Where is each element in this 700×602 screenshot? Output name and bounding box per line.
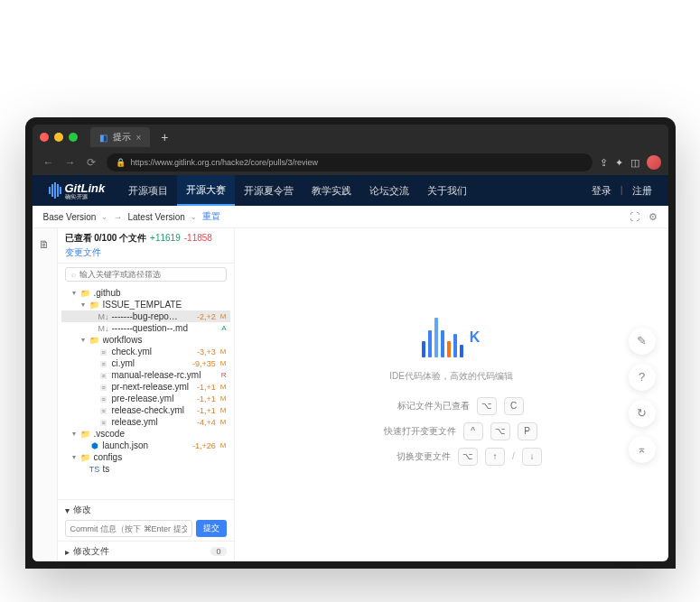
modified-count: 0 xyxy=(210,547,226,556)
status-badge: M xyxy=(219,383,229,391)
tree-item[interactable]: release-check.yml-1,+1M xyxy=(61,404,230,416)
help-button[interactable]: ? xyxy=(629,364,656,391)
tree-item[interactable]: ▾📁ISSUE_TEMPLATE xyxy=(61,299,230,310)
status-badge: M xyxy=(219,441,229,449)
diff-stat: -1,+1 xyxy=(197,406,216,415)
chevron-down-icon[interactable]: ⌄ xyxy=(101,213,107,221)
changed-files-link[interactable]: 变更文件 xyxy=(65,246,227,259)
tree-item[interactable]: release.yml-4,+4M xyxy=(61,416,230,428)
site-logo[interactable]: GitLink 确实·开源 xyxy=(49,182,106,199)
twisty-icon: ▾ xyxy=(79,301,87,309)
traffic-min[interactable] xyxy=(54,133,63,142)
nav-reload-icon[interactable]: ⟳ xyxy=(83,154,99,171)
nav-item-0[interactable]: 开源项目 xyxy=(119,175,177,206)
file-icon: 📁 xyxy=(80,289,91,298)
tree-item[interactable]: ▾📁configs xyxy=(61,451,230,463)
tree-item[interactable]: manual-release-rc.ymlR xyxy=(61,369,230,381)
key-label: ⌥ xyxy=(490,422,510,440)
search-icon: ⌕ xyxy=(71,270,76,279)
traffic-max[interactable] xyxy=(69,133,78,142)
status-badge: M xyxy=(219,312,229,320)
scroll-top-button[interactable]: ⌅ xyxy=(629,436,656,463)
commit-button[interactable]: 提交 xyxy=(196,520,227,537)
browser-tab[interactable]: ◧ 提示 × xyxy=(90,127,151,147)
extension-icon[interactable]: ✦ xyxy=(615,157,623,169)
file-name: workflows xyxy=(103,335,229,345)
notes-button[interactable]: ✎ xyxy=(629,328,656,355)
key-label: ^ xyxy=(463,422,483,440)
tree-item[interactable]: ▾📁workflows xyxy=(61,334,230,346)
tree-item[interactable]: TSts xyxy=(61,463,230,475)
refresh-button[interactable]: ↻ xyxy=(629,400,656,427)
status-badge: R xyxy=(219,371,229,379)
modify-section[interactable]: ▾ 修改 xyxy=(65,504,227,516)
register-link[interactable]: 注册 xyxy=(632,184,652,198)
deletions: -11858 xyxy=(184,233,212,243)
file-icon xyxy=(98,383,109,392)
diff-stat: -1,+1 xyxy=(197,394,216,403)
reset-link[interactable]: 重置 xyxy=(202,210,220,223)
file-icon xyxy=(98,406,109,415)
modified-files-section[interactable]: ▸ 修改文件 0 xyxy=(65,545,227,558)
tree-item[interactable]: ci.yml-9,+35M xyxy=(61,357,230,369)
nav-item-5[interactable]: 关于我们 xyxy=(418,175,476,206)
diff-stat: -9,+35 xyxy=(192,359,216,368)
viewed-label: 已查看 xyxy=(65,233,92,243)
tab-close-icon[interactable]: × xyxy=(136,133,142,143)
status-badge: M xyxy=(219,347,229,356)
file-icon: 📁 xyxy=(89,301,100,310)
nav-item-3[interactable]: 教学实践 xyxy=(303,175,360,206)
tree-item[interactable]: pre-release.yml-1,+1M xyxy=(61,393,230,404)
address-bar[interactable]: 🔒 https://www.gitlink.org.cn/hacke2/core… xyxy=(107,153,593,171)
tree-item[interactable]: M↓-------bug-repo…-2,+2M xyxy=(61,310,230,322)
tab-favicon: ◧ xyxy=(99,133,107,143)
file-icon xyxy=(98,347,109,357)
file-search[interactable]: ⌕ xyxy=(65,267,227,282)
bookmark-icon[interactable]: ◫ xyxy=(630,157,639,169)
commit-message-input[interactable] xyxy=(65,520,192,537)
key-label: ⌥ xyxy=(477,397,497,415)
lock-icon: 🔒 xyxy=(116,158,126,167)
viewed-count: 0/100 xyxy=(94,233,117,243)
chevron-down-icon[interactable]: ⌄ xyxy=(191,213,197,221)
share-icon[interactable]: ⇪ xyxy=(600,157,608,169)
chevron-right-icon: ▸ xyxy=(65,547,70,557)
settings-icon[interactable]: ⚙ xyxy=(649,211,658,223)
tree-item[interactable]: M↓-------question--.mdA xyxy=(61,322,230,334)
latest-version[interactable]: Latest Version xyxy=(127,212,184,222)
new-tab-button[interactable]: + xyxy=(155,130,173,144)
file-icon xyxy=(98,418,109,427)
key-label: ↑ xyxy=(485,448,505,466)
tree-item[interactable]: ⬢launch.json-1,+26M xyxy=(61,440,230,451)
nav-item-4[interactable]: 论坛交流 xyxy=(360,175,418,206)
nav-fwd-icon[interactable]: → xyxy=(61,154,79,171)
file-name: manual-release-rc.yml xyxy=(112,370,217,380)
nav-item-2[interactable]: 开源夏令营 xyxy=(235,175,303,206)
profile-avatar[interactable] xyxy=(647,155,661,170)
file-icon: 📁 xyxy=(89,336,100,345)
file-icon: TS xyxy=(89,465,100,474)
nav-item-1[interactable]: 开源大赛 xyxy=(177,175,235,206)
base-version[interactable]: Base Version xyxy=(43,212,97,222)
files-icon[interactable]: 🗎 xyxy=(35,236,53,254)
tree-item[interactable]: pr-next-release.yml-1,+1M xyxy=(61,381,230,393)
tree-item[interactable]: ▾📁.vscode xyxy=(61,428,230,440)
search-input[interactable] xyxy=(79,270,220,279)
expand-icon[interactable]: ⛶ xyxy=(630,211,639,223)
file-name: pre-release.yml xyxy=(112,394,195,403)
login-link[interactable]: 登录 xyxy=(592,184,611,198)
traffic-close[interactable] xyxy=(40,133,49,142)
status-badge: M xyxy=(219,406,229,414)
file-icon: M↓ xyxy=(98,312,109,321)
file-name: release-check.yml xyxy=(112,405,195,415)
modified-files-label: 修改文件 xyxy=(73,545,109,558)
modify-label: 修改 xyxy=(73,504,91,516)
hint-label: 快速打开变更文件 xyxy=(366,425,456,438)
file-name: -------bug-repo… xyxy=(112,311,195,321)
site-nav: GitLink 确实·开源 开源项目开源大赛开源夏令营教学实践论坛交流关于我们 … xyxy=(33,175,668,206)
tree-item[interactable]: ▾📁.github xyxy=(61,287,230,299)
key-label: ↓ xyxy=(522,448,542,466)
nav-back-icon[interactable]: ← xyxy=(40,154,58,171)
tree-item[interactable]: check.yml-3,+3M xyxy=(61,346,230,357)
diff-stat: -4,+4 xyxy=(197,418,216,427)
